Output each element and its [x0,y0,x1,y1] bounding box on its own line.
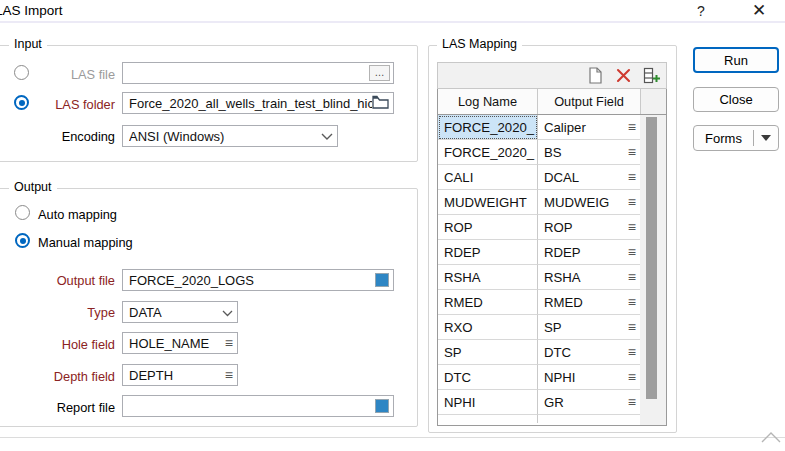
grip-icon[interactable]: ≡ [628,244,636,260]
depth-field-input[interactable]: DEPTH ≡ [122,364,238,386]
column-header-log-name[interactable]: Log Name [438,89,538,114]
table-row[interactable]: MUDWEIGHT MUDWEIG ≡ [438,190,641,215]
report-file-input[interactable] [122,395,394,417]
field-picker-button[interactable] [375,273,389,287]
grip-icon[interactable]: ≡ [628,394,636,410]
output-field-value: RMED [544,295,583,310]
grip-icon[interactable]: ≡ [628,369,636,385]
log-name-cell[interactable]: DTC [438,365,538,390]
collapse-chevron-icon[interactable] [759,430,783,448]
mapping-toolbar [437,62,667,89]
footer-divider [0,437,785,438]
grip-icon[interactable]: ≡ [628,119,636,135]
folder-icon[interactable] [372,95,389,112]
grip-icon[interactable]: ≡ [628,319,636,335]
output-field-cell[interactable]: NPHI ≡ [538,365,641,390]
log-name-cell[interactable]: RXO [438,315,538,340]
output-field-cell[interactable]: ROP ≡ [538,215,641,240]
close-button[interactable]: Close [693,87,779,112]
log-name-cell[interactable]: RDEP [438,240,538,265]
log-name-value: RSHA [444,270,481,285]
output-file-value: FORCE_2020_LOGS [129,273,389,288]
mapping-table-header: Log Name Output Field [438,89,666,115]
chevron-down-icon [321,129,333,144]
grip-icon[interactable]: ≡ [628,144,636,160]
table-row[interactable]: FORCE_2020_ BS ≡ [438,140,641,165]
output-field-value: DCAL [544,170,579,185]
output-field-value: Caliper [544,120,586,135]
output-field-value: SP [544,320,562,335]
scrollbar-thumb[interactable] [646,117,657,399]
las-folder-input[interactable]: Force_2020_all_wells_train_test_blind_hi… [122,92,394,114]
grip-icon[interactable]: ≡ [628,219,636,235]
table-row[interactable]: FORCE_2020_ Caliper ≡ [438,115,641,140]
output-field-cell[interactable]: RMED ≡ [538,290,641,315]
delete-icon[interactable] [614,67,632,85]
log-name-value: RDEP [444,245,481,260]
window-title: LAS Import [0,3,63,18]
output-field-value: DTC [544,345,571,360]
browse-button[interactable]: … [369,65,390,81]
las-file-input[interactable]: … [122,62,394,84]
type-select[interactable]: DATA [122,301,238,323]
field-picker-button[interactable] [375,399,389,413]
encoding-select[interactable]: ANSI (Windows) [122,125,338,147]
log-name-value: DTC [444,370,471,385]
log-name-cell[interactable]: SP [438,340,538,365]
output-field-value: NPHI [544,370,576,385]
table-row[interactable]: CALI DCAL ≡ [438,165,641,190]
forms-button-label[interactable]: Forms [694,131,753,146]
table-row[interactable]: NPHI GR ≡ [438,390,641,415]
vertical-scrollbar[interactable] [640,115,666,425]
output-field-cell[interactable]: GR ≡ [538,390,641,415]
output-field-cell[interactable]: BS ≡ [538,140,641,165]
output-field-cell[interactable]: SP ≡ [538,315,641,340]
grip-icon[interactable]: ≡ [225,367,233,383]
output-field-cell[interactable]: RSHA ≡ [538,265,641,290]
manual-mapping-radio[interactable] [15,233,30,248]
new-document-icon[interactable] [586,67,604,85]
table-row[interactable]: ROP ROP ≡ [438,215,641,240]
log-name-cell[interactable]: RSHA [438,265,538,290]
help-icon[interactable]: ? [690,1,712,22]
grip-icon[interactable]: ≡ [628,344,636,360]
log-name-cell[interactable]: FORCE_2020_ [438,115,538,140]
close-icon[interactable]: ✕ [744,0,774,22]
log-name-cell[interactable]: CALI [438,165,538,190]
forms-dropdown-arrow[interactable] [754,135,778,141]
grip-icon[interactable]: ≡ [225,335,233,351]
hole-field-input[interactable]: HOLE_NAME ≡ [122,332,238,354]
output-field-cell[interactable]: MUDWEIG ≡ [538,190,641,215]
output-field-value: MUDWEIG [544,195,609,210]
run-button[interactable]: Run [693,47,779,73]
grip-icon[interactable]: ≡ [628,169,636,185]
chevron-down-icon [222,305,233,320]
output-field-cell[interactable]: DCAL ≡ [538,165,641,190]
auto-mapping-radio[interactable] [15,205,30,220]
table-row[interactable]: SP DTC ≡ [438,340,641,365]
grip-icon[interactable]: ≡ [628,294,636,310]
log-name-cell[interactable]: NPHI [438,390,538,415]
output-field-cell[interactable]: Caliper ≡ [538,115,641,140]
log-name-cell[interactable]: MUDWEIGHT [438,190,538,215]
log-name-cell[interactable]: ROP [438,215,538,240]
log-name-cell[interactable]: FORCE_2020_ [438,140,538,165]
grip-icon[interactable]: ≡ [628,194,636,210]
table-row[interactable]: RDEP RDEP ≡ [438,240,641,265]
add-row-icon[interactable] [642,67,660,85]
output-field-cell[interactable]: DTC ≡ [538,340,641,365]
grip-icon[interactable]: ≡ [628,269,636,285]
log-name-cell[interactable]: RMED [438,290,538,315]
forms-split-button[interactable]: Forms [693,125,779,151]
table-row[interactable]: RXO SP ≡ [438,315,641,340]
table-row[interactable]: RMED RMED ≡ [438,290,641,315]
table-row[interactable]: RSHA RSHA ≡ [438,265,641,290]
encoding-value: ANSI (Windows) [129,129,321,144]
output-file-input[interactable]: FORCE_2020_LOGS [122,269,394,291]
manual-mapping-label: Manual mapping [38,235,133,250]
output-field-cell[interactable]: RDEP ≡ [538,240,641,265]
column-header-output-field[interactable]: Output Field [538,89,641,114]
log-name-value: CALI [444,170,473,185]
table-row[interactable]: DTC NPHI ≡ [438,365,641,390]
mapping-table: Log Name Output Field FORCE_2020_ Calipe… [437,89,667,426]
